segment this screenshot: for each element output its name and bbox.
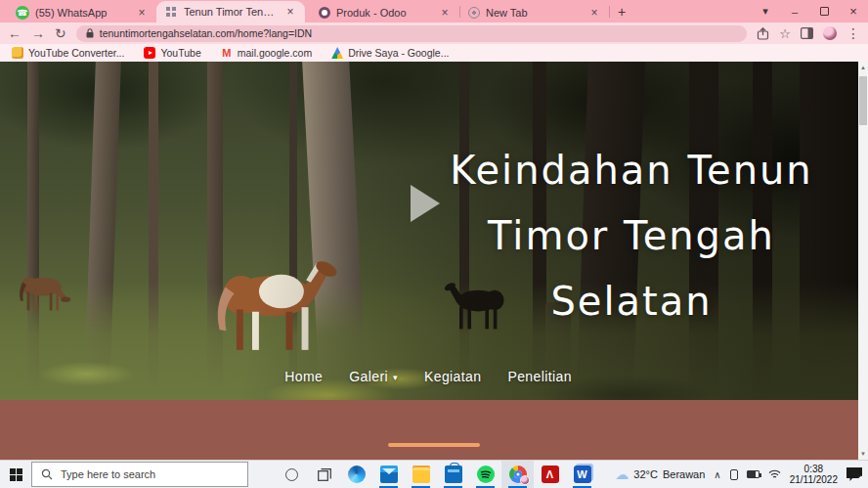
toolbar-actions: ☆ ⋮ (757, 26, 860, 40)
site-favicon (164, 5, 178, 19)
youtube-icon (144, 47, 155, 59)
chevron-down-icon: ▾ (393, 371, 398, 382)
gmail-icon: M (221, 47, 233, 59)
browser-toolbar: ← → ↻ tenuntimortengahselatan.com/home?l… (0, 22, 868, 44)
microsoft-store-icon (445, 466, 462, 483)
tab-close-icon[interactable]: × (587, 6, 601, 20)
tab-title: Tenun Timor Tengah Selatan (184, 6, 278, 18)
bookmark-drive[interactable]: Drive Saya - Google... (331, 47, 449, 59)
taskbar-app-mail[interactable] (372, 461, 405, 488)
scroll-down-icon[interactable]: ▼ (858, 448, 868, 460)
hidden-icons-chevron[interactable]: ∧ (714, 469, 720, 480)
acrobat-icon: Λ (542, 466, 559, 483)
bookmark-star-icon[interactable]: ☆ (779, 27, 791, 40)
reload-icon[interactable]: ↻ (55, 26, 66, 40)
tab-search-icon[interactable]: ▾ (751, 0, 780, 22)
taskbar-app-word[interactable]: W (566, 461, 598, 488)
taskbar-app-acrobat[interactable]: Λ (534, 461, 566, 488)
more-menu-icon[interactable]: ⋮ (846, 26, 860, 40)
taskbar-app-file-explorer[interactable] (405, 461, 437, 488)
weather-widget[interactable]: ☁ 32°C Berawan (615, 466, 705, 482)
nav-kegiatan[interactable]: Kegiatan (424, 369, 481, 384)
nav-home[interactable]: Home (284, 369, 323, 384)
share-icon[interactable] (757, 27, 769, 40)
hero-video[interactable]: Keindahan Tenun Timor Tengah Selatan Hom… (0, 62, 868, 400)
tab-odoo[interactable]: Produk - Odoo × (311, 2, 459, 22)
address-bar[interactable]: tenuntimortengahselatan.com/home?lang=ID… (76, 25, 748, 42)
side-panel-icon[interactable] (801, 27, 813, 39)
wifi-icon[interactable] (768, 469, 781, 479)
close-window-button[interactable]: × (839, 0, 868, 22)
windows-logo-icon (10, 468, 22, 481)
bookmark-label: mail.google.com (238, 47, 312, 59)
chrome-globe-icon (468, 7, 480, 19)
nav-label: Penelitian (507, 369, 572, 384)
tab-title: New Tab (486, 7, 582, 19)
action-center-icon[interactable]: 1 (846, 467, 862, 481)
nav-label: Kegiatan (424, 369, 481, 384)
maximize-button[interactable] (809, 0, 839, 22)
your-phone-icon[interactable] (730, 469, 738, 480)
converter-icon (12, 47, 23, 59)
forward-icon[interactable]: → (31, 26, 45, 40)
tab-tenun-timor[interactable]: Tenun Timor Tengah Selatan × (156, 1, 305, 22)
tab-whatsapp[interactable]: ☎ (55) WhatsApp × (8, 2, 156, 22)
back-icon[interactable]: ← (8, 26, 22, 40)
heading-line-2: Timor Tengah Selatan (416, 203, 846, 334)
page-scrollbar[interactable]: ▲ ▼ (858, 62, 868, 460)
nav-galeri[interactable]: Galeri ▾ (349, 369, 398, 384)
restore-icon (820, 7, 829, 16)
minimize-button[interactable]: – (780, 0, 809, 22)
taskbar-app-chrome[interactable] (501, 461, 534, 488)
bookmark-label: YouTube Converter... (28, 47, 124, 59)
cortana-icon (285, 468, 298, 481)
taskbar-app-spotify[interactable] (469, 461, 501, 488)
page-viewport: Keindahan Tenun Timor Tengah Selatan Hom… (0, 62, 868, 460)
bookmark-youtube-converter[interactable]: YouTube Converter... (12, 47, 124, 59)
nav-label: Home (284, 369, 323, 384)
page-bottom-band (0, 400, 868, 460)
battery-icon[interactable] (747, 470, 760, 478)
scrollbar-thumb[interactable] (859, 76, 867, 125)
task-view-icon (318, 468, 331, 481)
odoo-icon (319, 7, 330, 19)
word-icon: W (574, 466, 591, 483)
edge-icon (348, 466, 366, 483)
tab-close-icon[interactable]: × (135, 6, 149, 20)
tab-close-icon[interactable]: × (283, 5, 297, 19)
drive-icon (331, 47, 343, 59)
bookmark-gmail[interactable]: M mail.google.com (221, 47, 312, 59)
browser-tab-strip: ☎ (55) WhatsApp × Tenun Timor Tengah Sel… (0, 0, 868, 22)
url-text: tenuntimortengahselatan.com/home?lang=ID… (100, 27, 312, 39)
system-tray: ☁ 32°C Berawan ∧ 0:38 21/11/2022 1 (615, 461, 868, 488)
task-view-button[interactable] (308, 461, 340, 488)
scroll-up-icon[interactable]: ▲ (858, 62, 868, 73)
nav-label: Galeri (349, 369, 388, 384)
chrome-icon (509, 466, 527, 483)
whatsapp-icon: ☎ (16, 6, 29, 20)
start-button[interactable] (0, 461, 31, 488)
new-tab-button[interactable]: + (610, 2, 633, 22)
cloud-icon: ☁ (615, 466, 629, 482)
taskbar-app-edge[interactable] (340, 461, 372, 488)
bookmarks-bar: YouTube Converter... YouTube M mail.goog… (0, 44, 868, 62)
search-icon (41, 468, 53, 480)
tab-new-tab[interactable]: New Tab × (460, 2, 609, 22)
carousel-indicator[interactable] (388, 443, 480, 447)
profile-avatar[interactable] (823, 26, 837, 40)
taskbar-search-input[interactable]: Type here to search (31, 462, 248, 487)
bookmark-youtube[interactable]: YouTube (144, 47, 200, 59)
spotify-icon (477, 466, 495, 483)
chrome-profile-badge (520, 475, 530, 485)
cortana-button[interactable] (276, 461, 308, 488)
hero-heading: Keindahan Tenun Timor Tengah Selatan (416, 138, 846, 334)
taskbar-clock[interactable]: 0:38 21/11/2022 (790, 464, 838, 485)
nav-penelitian[interactable]: Penelitian (507, 369, 572, 384)
notification-badge: 1 (857, 475, 867, 485)
taskbar-app-store[interactable] (437, 461, 469, 488)
bookmark-label: Drive Saya - Google... (348, 47, 449, 59)
search-placeholder: Type here to search (61, 468, 155, 480)
windows-taskbar: Type here to search Λ W ☁ 3 (0, 460, 868, 488)
tab-close-icon[interactable]: × (438, 6, 452, 20)
weather-description: Berawan (663, 468, 705, 480)
